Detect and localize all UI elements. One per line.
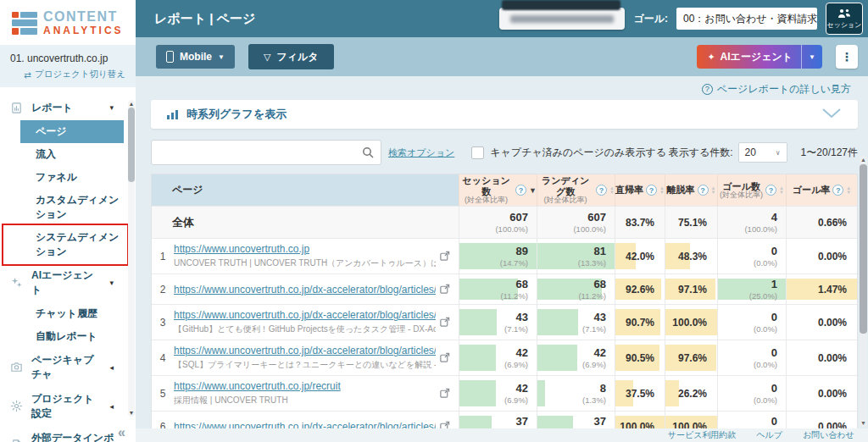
column-header-goal-rate[interactable]: ゴール率 ? ▲▼ <box>786 174 857 206</box>
captured-only-checkbox-row[interactable]: キャプチャ済みのページのみ表示する <box>471 146 666 160</box>
more-options-button[interactable]: ⋮ <box>836 45 858 69</box>
external-link-icon[interactable] <box>439 317 450 328</box>
goal-select[interactable]: 00：お問い合わせ・資料請求 <box>676 8 817 30</box>
sidebar-item-システムディメンション[interactable]: システムディメンション <box>20 226 124 263</box>
value: 0 <box>771 415 777 428</box>
ai-agent-button[interactable]: ✦ AIエージェント ▼ <box>697 45 822 69</box>
sort-icon[interactable]: ▲▼ <box>846 186 851 194</box>
column-header-sessions[interactable]: セッション数(対全体比率) ? ▼ <box>459 174 537 206</box>
page-url-link[interactable]: https://www.uncovertruth.co.jp <box>174 243 436 255</box>
sidebar-scrollbar[interactable]: ▲ ▼ <box>128 100 135 417</box>
help-tooltip-icon[interactable]: ? <box>765 185 776 196</box>
column-header-goals[interactable]: ゴール数(対全体比率) ? ▲▼ <box>717 174 786 206</box>
page-url-link[interactable]: https://www.uncovertruth.co.jp/dx-accele… <box>174 345 436 356</box>
help-tooltip-icon[interactable]: ? <box>596 185 607 196</box>
column-header-exit[interactable]: 離脱率 ? ▲▼ <box>665 174 717 206</box>
scroll-down-icon[interactable]: ▼ <box>860 419 867 427</box>
table-row: 2https://www.uncovertruth.co.jp/dx-accel… <box>152 273 857 304</box>
bar-fill <box>459 345 496 371</box>
sidebar-item-チャット履歴[interactable]: チャット履歴 <box>20 302 124 325</box>
search-options-link[interactable]: 検索オプション <box>388 146 454 159</box>
help-tooltip-icon[interactable]: ? <box>646 185 657 196</box>
value: 100.0% <box>672 317 707 329</box>
value: 1 <box>771 278 777 291</box>
sidebar-item-流入[interactable]: 流入 <box>20 143 124 166</box>
chevron-down-icon[interactable]: ▼ <box>802 53 822 61</box>
footer-link[interactable]: ヘルプ <box>756 429 782 441</box>
table-row: 4https://www.uncovertruth.co.jp/dx-accel… <box>152 340 857 375</box>
bar-fill <box>459 380 496 406</box>
column-header-bounce[interactable]: 直帰率 ? ▲▼ <box>615 174 665 206</box>
sidebar-item-ページ[interactable]: ページ <box>20 120 124 143</box>
sidebar-item-label: レポート <box>31 101 73 115</box>
sidebar-nav: レポート▾ページ流入ファネルカスタムディメンションシステムディメンションAIエー… <box>0 87 136 442</box>
table-row: 3https://www.uncovertruth.co.jp/dx-accel… <box>152 304 857 340</box>
chevron-down-icon: ∨ <box>776 149 781 157</box>
sort-icon[interactable]: ▲▼ <box>779 186 784 194</box>
table-row: 5https://www.uncovertruth.co.jp/recruit採… <box>152 375 857 411</box>
help-tooltip-icon[interactable]: ? <box>698 185 709 196</box>
sidebar-item-外部データインポート[interactable]: 外部データインポート <box>0 426 124 442</box>
device-dropdown[interactable]: Mobile ▼ <box>156 45 235 69</box>
content-scrollbar-thumb[interactable] <box>860 164 867 334</box>
sidebar-collapse-button[interactable]: « <box>118 425 125 442</box>
filter-button[interactable]: ▽ フィルタ <box>248 44 334 69</box>
column-header-landings[interactable]: ランディング数(対全体比率) ? ▲▼ <box>537 174 615 206</box>
sort-desc-icon[interactable]: ▼ <box>529 186 537 195</box>
switch-icon: ⇄ <box>24 69 31 80</box>
content-scrollbar[interactable]: ▲ ▼ <box>860 156 867 427</box>
footer-link[interactable]: サービス利用約款 <box>668 429 737 441</box>
date-range-picker[interactable] <box>499 8 625 30</box>
pct: (6.9%) <box>582 360 606 369</box>
external-link-icon[interactable] <box>439 251 450 262</box>
page-cell: 5https://www.uncovertruth.co.jp/recruit採… <box>152 376 459 411</box>
sidebar-item-ファネル[interactable]: ファネル <box>20 166 124 189</box>
external-link-icon[interactable] <box>439 388 450 399</box>
sidebar-item-ページキャプチャ[interactable]: ページキャプチャ◂ <box>0 348 124 387</box>
report-help-link[interactable]: ? ページレポートの詳しい見方 <box>702 82 851 97</box>
expand-chevron-icon[interactable] <box>822 107 841 122</box>
search-input[interactable] <box>159 146 362 158</box>
value: 92.6% <box>626 284 654 296</box>
checkbox[interactable] <box>471 146 484 159</box>
sort-icon[interactable]: ▲▼ <box>711 186 716 194</box>
external-link-icon[interactable] <box>439 352 450 363</box>
switch-project-link[interactable]: ⇄ プロジェクト切り替え <box>10 69 125 80</box>
goals-cell: 0(0.0%) <box>717 376 786 411</box>
page-url-link[interactable]: https://www.uncovertruth.co.jp/dx-accele… <box>174 284 436 296</box>
page-cell: 1https://www.uncovertruth.co.jpUNCOVER T… <box>152 239 459 273</box>
sidebar-item-カスタムディメンション[interactable]: カスタムディメンション <box>20 189 124 226</box>
footer-link[interactable]: お問い合わせ <box>803 429 854 441</box>
session-button[interactable]: セッション <box>826 3 863 35</box>
page-url-link[interactable]: https://www.uncovertruth.co.jp/dx-accele… <box>174 309 436 321</box>
help-tooltip-icon[interactable]: ? <box>832 185 843 196</box>
chevron-down-icon: ▼ <box>218 53 225 61</box>
bar-chart-icon <box>166 108 179 120</box>
page-url-link[interactable]: https://www.uncovertruth.co.jp/recruit <box>174 380 436 392</box>
pct: (6.9%) <box>504 395 528 405</box>
external-link-icon[interactable] <box>439 284 450 295</box>
search-icon[interactable] <box>362 146 374 158</box>
scroll-up-icon[interactable]: ▲ <box>128 100 135 108</box>
scroll-down-icon[interactable]: ▼ <box>128 409 135 417</box>
external-link-icon[interactable] <box>439 421 450 428</box>
sidebar-item-プロジェクト設定[interactable]: プロジェクト設定◂ <box>0 387 124 426</box>
value: 90.5% <box>626 352 654 364</box>
header-label: ゴール数 <box>720 181 763 191</box>
sidebar-item-レポート[interactable]: レポート▾ <box>0 96 124 120</box>
landings-cell: 68(11.2%) <box>537 274 615 304</box>
value: 42 <box>516 346 528 360</box>
page-info: https://www.uncovertruth.co.jp/recruit採用… <box>174 380 439 406</box>
per-page-select[interactable]: 20 ∨ <box>738 142 787 163</box>
page-url-link[interactable]: https://www.uncovertruth.co.jp/dx-accele… <box>174 421 436 429</box>
table-header-row: ページ セッション数(対全体比率) ? ▼ ランディング数(対全体比率) ? ▲… <box>152 174 857 206</box>
per-page-label: 表示する件数: <box>669 146 733 160</box>
exit-cell: 48.3% <box>665 239 717 273</box>
scroll-up-icon[interactable]: ▲ <box>860 156 867 163</box>
sidebar-item-AIエージェント[interactable]: AIエージェント▾ <box>0 263 124 302</box>
sidebar-scrollbar-thumb[interactable] <box>128 108 135 182</box>
mobile-phone-icon <box>166 51 174 63</box>
help-tooltip-icon[interactable]: ? <box>515 185 526 196</box>
sidebar-item-自動レポート[interactable]: 自動レポート <box>20 325 124 348</box>
pct: (100.0%) <box>744 224 777 234</box>
